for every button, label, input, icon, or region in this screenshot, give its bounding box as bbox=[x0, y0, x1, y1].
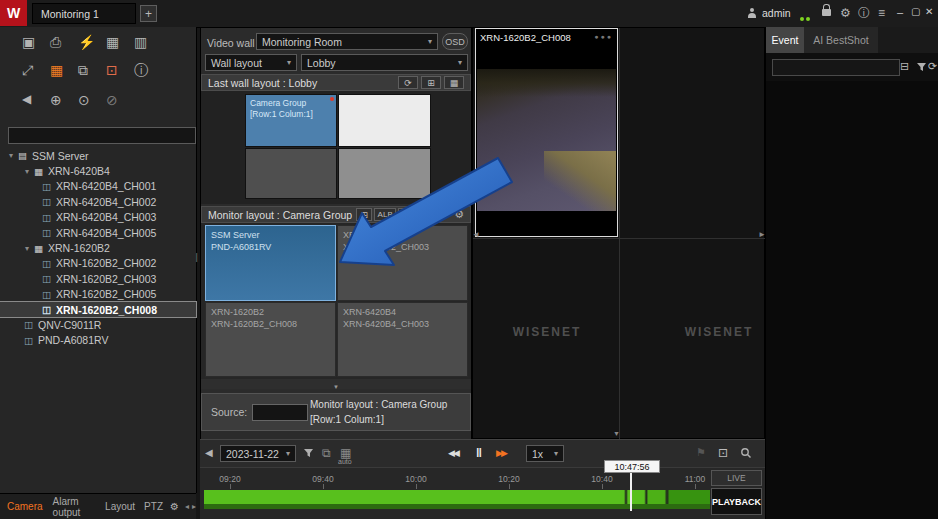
sequence-icon[interactable]: ▥ bbox=[134, 35, 147, 49]
tile-toolbar-dots[interactable]: ●●● bbox=[594, 33, 613, 40]
tree-label: XRN-1620B2_CH003 bbox=[56, 273, 156, 285]
wall-save-icon[interactable]: ▦ bbox=[444, 76, 464, 89]
source-line2: [Row:1 Colum:1] bbox=[310, 413, 447, 428]
grid-collapse-strip[interactable]: ▼ bbox=[201, 379, 471, 389]
menu-icon[interactable]: ≡ bbox=[878, 7, 885, 19]
tab-monitoring-1[interactable]: Monitoring 1 bbox=[32, 3, 136, 24]
monitor-cell-ch003b[interactable]: XRN-6420B4 XRN-6420B4_CH003 bbox=[337, 302, 468, 377]
tree-item-ch001[interactable]: ◫XRN-6420B4_CH001 bbox=[0, 179, 196, 194]
tree-item-1620-ch008-selected[interactable]: ◫XRN-1620B2_CH008 bbox=[0, 302, 196, 317]
wall-layout-dropdown[interactable]: Wall layout▾ bbox=[205, 54, 297, 71]
playback-button[interactable]: PLAYBACK bbox=[711, 488, 762, 515]
gear-icon[interactable]: ⚙ bbox=[840, 7, 851, 19]
tab-camera[interactable]: Camera bbox=[7, 501, 43, 512]
event-search-input[interactable] bbox=[772, 59, 900, 76]
bookmark-icon[interactable]: ⚑ bbox=[696, 447, 706, 458]
live-button[interactable]: LIVE bbox=[711, 470, 762, 486]
monitor-icon[interactable]: ⊡ bbox=[106, 63, 118, 77]
tree-label: XRN-6420B4 bbox=[48, 165, 110, 177]
mic-add-icon[interactable]: ⊕ bbox=[50, 93, 62, 107]
tab-ai-bestshot[interactable]: AI BestShot bbox=[804, 27, 878, 53]
tree-item-ch003[interactable]: ◫XRN-6420B4_CH003 bbox=[0, 210, 196, 225]
collapse-left-icon[interactable]: ◄ bbox=[472, 230, 480, 239]
expander-icon[interactable]: ▾ bbox=[22, 244, 32, 253]
panel-info-icon[interactable]: ⓘ bbox=[134, 63, 148, 77]
close-button[interactable]: ✕ bbox=[925, 7, 933, 17]
pause-button[interactable]: ‖ bbox=[476, 447, 482, 459]
wall-cell-empty-dark[interactable] bbox=[245, 148, 337, 199]
tree-item-xrn-6420b4[interactable]: ▾▦XRN-6420B4 bbox=[0, 163, 196, 178]
monitor-cell-pnd[interactable]: SSM Server PND-A6081RV bbox=[205, 225, 336, 301]
wall-cell-empty-gray[interactable] bbox=[338, 148, 431, 199]
speed-dropdown[interactable]: 1x▾ bbox=[526, 445, 564, 462]
maximize-button[interactable]: ▢ bbox=[911, 7, 920, 17]
mic-icon[interactable]: ⊙ bbox=[78, 93, 90, 107]
layout-icon[interactable]: ▦ bbox=[106, 35, 119, 49]
tree-item-1620-ch003[interactable]: ◫XRN-1620B2_CH003 bbox=[0, 271, 196, 286]
timeline[interactable]: 09:20 09:40 10:00 10:20 10:40 11:00 LIVE… bbox=[200, 467, 765, 519]
filter-icon[interactable] bbox=[303, 448, 314, 461]
video-tile-ch008[interactable]: XRN-1620B2_CH008 ●●● bbox=[475, 28, 618, 237]
copy-layout-icon[interactable]: ⧉ bbox=[78, 63, 88, 77]
chevron-down-icon: ▾ bbox=[458, 58, 462, 67]
overlap-data-icon[interactable]: ⧉ bbox=[322, 447, 331, 459]
grid-layout-icon[interactable]: ▦ bbox=[50, 63, 63, 77]
tab-scroll-left-icon[interactable]: ◂ bbox=[185, 502, 189, 511]
tree-item-1620-ch005[interactable]: ◫XRN-1620B2_CH005 bbox=[0, 287, 196, 302]
wall-cell-camera-group[interactable]: Camera Group [Row:1 Colum:1] bbox=[245, 94, 337, 147]
monitor-cell-ch003a[interactable]: XRN-1620B2 XRN-1620B2_CH003 bbox=[337, 225, 468, 301]
add-tab-button[interactable]: + bbox=[140, 5, 157, 22]
lock-icon[interactable] bbox=[822, 4, 831, 18]
event-filter-icon[interactable] bbox=[916, 62, 927, 75]
expander-icon[interactable]: ▾ bbox=[22, 167, 32, 176]
video-wall-dropdown[interactable]: Monitoring Room▾ bbox=[256, 33, 438, 50]
date-back-icon[interactable]: ◀ bbox=[205, 448, 213, 458]
tab-ptz[interactable]: PTZ bbox=[144, 501, 163, 512]
monitor-expand-icon[interactable]: ⤢ bbox=[398, 208, 414, 221]
timeline-zoom-icon[interactable] bbox=[740, 447, 752, 461]
event-refresh-icon[interactable]: ⟳ bbox=[928, 61, 937, 72]
wall-apply-icon[interactable]: ⊞ bbox=[421, 76, 441, 89]
tab-alarm-output[interactable]: Alarm output bbox=[53, 496, 96, 518]
date-picker[interactable]: 2023-11-22▾ bbox=[220, 445, 296, 462]
minimize-button[interactable]: – bbox=[897, 7, 903, 18]
camera-icon: ◫ bbox=[40, 289, 53, 300]
search-expand-icon[interactable]: ⊟ bbox=[900, 61, 909, 72]
fullscreen-icon[interactable]: ⤢ bbox=[22, 63, 33, 77]
tree-item-pnd-a6081rv[interactable]: ◫PND-A6081RV bbox=[0, 333, 196, 348]
source-input[interactable] bbox=[252, 404, 308, 421]
mic-off-icon[interactable]: ⊘ bbox=[106, 93, 118, 107]
recording-track[interactable] bbox=[204, 490, 710, 504]
capture-icon[interactable]: ▣ bbox=[22, 35, 35, 49]
print-icon[interactable]: ⎙ bbox=[50, 35, 61, 49]
playhead-line[interactable] bbox=[630, 473, 632, 511]
collapse-down-icon[interactable]: ▼ bbox=[613, 430, 620, 437]
speaker-icon[interactable]: ◀ bbox=[22, 93, 31, 105]
osd-button[interactable]: OSD bbox=[442, 33, 468, 50]
tree-item-1620-ch002[interactable]: ◫XRN-1620B2_CH002 bbox=[0, 256, 196, 271]
event-alarm-icon[interactable]: ⚡ bbox=[78, 35, 95, 49]
tab-event[interactable]: Event bbox=[766, 27, 804, 53]
tree-item-ch005[interactable]: ◫XRN-6420B4_CH005 bbox=[0, 225, 196, 240]
monitor-settings-gear-icon[interactable]: ⚙ bbox=[454, 209, 464, 220]
snapshot-icon[interactable]: ⊡ bbox=[718, 447, 728, 459]
tree-item-qnv-c9011r[interactable]: ◫QNV-C9011R bbox=[0, 317, 196, 332]
monitor-cell-ch008[interactable]: XRN-1620B2 XRN-1620B2_CH008 bbox=[205, 302, 336, 377]
tabbar-gear-icon[interactable]: ⚙ bbox=[170, 502, 179, 512]
wall-refresh-icon[interactable]: ⟳ bbox=[398, 76, 418, 89]
rewind-button[interactable]: ◀◀ bbox=[448, 449, 458, 458]
lobby-dropdown[interactable]: Lobby▾ bbox=[301, 54, 468, 71]
monitor-add-icon[interactable]: ⊞ bbox=[356, 208, 372, 221]
tab-layout[interactable]: Layout bbox=[105, 501, 135, 512]
tree-item-ssm-server[interactable]: ▾▤SSM Server bbox=[0, 148, 196, 163]
alb-button[interactable]: ALB bbox=[374, 208, 396, 221]
expander-icon[interactable]: ▾ bbox=[6, 151, 16, 160]
info-icon[interactable]: ⓘ bbox=[858, 7, 870, 19]
tab-scroll-right-icon[interactable]: ▸ bbox=[192, 502, 196, 511]
fast-forward-button[interactable]: ▶▶ bbox=[496, 449, 506, 458]
tree-item-xrn-1620b2[interactable]: ▾▦XRN-1620B2 bbox=[0, 240, 196, 255]
monitor-bar-icon[interactable]: ⊟ bbox=[416, 208, 432, 221]
device-search-input[interactable] bbox=[8, 127, 196, 144]
wall-cell-empty-white[interactable] bbox=[338, 94, 431, 147]
tree-item-ch002[interactable]: ◫XRN-6420B4_CH002 bbox=[0, 194, 196, 209]
